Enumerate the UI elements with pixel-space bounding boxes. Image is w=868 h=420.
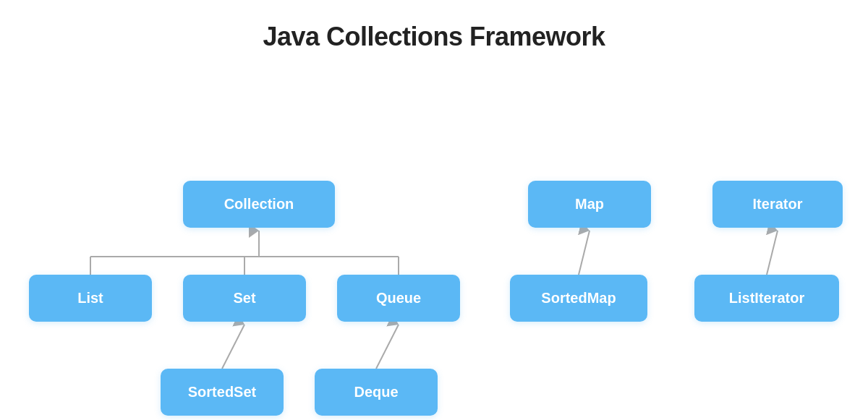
page: Java Collections Framework CollectionLis…	[0, 0, 868, 420]
node-sortedmap: SortedMap	[510, 275, 647, 322]
node-sortedset: SortedSet	[161, 369, 284, 416]
diagram-area: CollectionListSetQueueSortedSetDequeMapS…	[0, 80, 868, 420]
node-map: Map	[528, 181, 651, 228]
node-iterator: Iterator	[712, 181, 843, 228]
svg-line-8	[579, 231, 590, 275]
svg-line-6	[222, 325, 244, 369]
node-deque: Deque	[315, 369, 438, 416]
node-list: List	[29, 275, 152, 322]
node-queue: Queue	[337, 275, 460, 322]
page-title: Java Collections Framework	[0, 0, 868, 52]
node-listiterator: ListIterator	[694, 275, 839, 322]
svg-line-7	[376, 325, 399, 369]
node-collection: Collection	[183, 181, 335, 228]
svg-line-9	[767, 231, 778, 275]
node-set: Set	[183, 275, 306, 322]
